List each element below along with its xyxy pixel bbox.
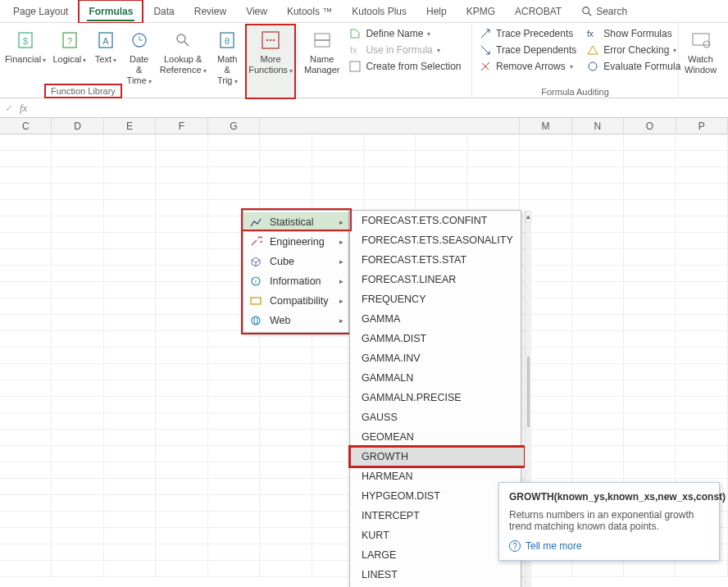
- cell[interactable]: [624, 167, 676, 184]
- cell[interactable]: [676, 200, 727, 216]
- cell[interactable]: [104, 544, 156, 561]
- cell[interactable]: [676, 167, 727, 184]
- cell[interactable]: [0, 430, 52, 446]
- cell[interactable]: [312, 167, 364, 184]
- cell[interactable]: [520, 134, 571, 151]
- cell[interactable]: [208, 167, 260, 184]
- cell[interactable]: [260, 151, 312, 167]
- tab-page-layout[interactable]: Page Layout: [3, 0, 78, 23]
- cell[interactable]: [0, 233, 52, 249]
- cell[interactable]: [104, 380, 156, 397]
- cell[interactable]: [260, 397, 312, 413]
- cell[interactable]: [468, 134, 520, 151]
- cell[interactable]: [520, 184, 571, 200]
- cell[interactable]: [624, 430, 676, 446]
- cell[interactable]: [260, 479, 312, 495]
- cell[interactable]: [312, 151, 364, 167]
- cell[interactable]: [676, 298, 727, 315]
- cell[interactable]: [104, 134, 156, 151]
- function-item-gauss[interactable]: GAUSS: [350, 407, 525, 427]
- function-item-gamma[interactable]: GAMMA: [350, 309, 525, 329]
- col-header[interactable]: N: [572, 118, 624, 134]
- cell[interactable]: [52, 364, 103, 380]
- scroll-thumb[interactable]: [527, 357, 530, 427]
- cell[interactable]: [364, 134, 416, 151]
- cell[interactable]: [416, 167, 467, 184]
- ribbon-search[interactable]: Search: [571, 0, 637, 23]
- cell[interactable]: [572, 380, 624, 397]
- cell[interactable]: [260, 167, 312, 184]
- col-header[interactable]: C: [0, 118, 52, 134]
- cell[interactable]: [156, 462, 207, 479]
- cell[interactable]: [676, 430, 727, 446]
- cell[interactable]: [572, 364, 624, 380]
- cell[interactable]: [624, 380, 676, 397]
- cell[interactable]: [52, 561, 103, 577]
- cell[interactable]: [156, 544, 207, 561]
- cell[interactable]: [572, 561, 624, 577]
- cell[interactable]: [260, 134, 312, 151]
- cell[interactable]: [208, 462, 260, 479]
- cell[interactable]: [0, 479, 52, 495]
- cell[interactable]: [208, 413, 260, 430]
- btn-trace-dependents[interactable]: Trace Dependents: [476, 43, 579, 57]
- cell[interactable]: [0, 134, 52, 151]
- cell[interactable]: [676, 282, 727, 298]
- tab-help[interactable]: Help: [416, 0, 457, 23]
- cell[interactable]: [520, 151, 571, 167]
- col-header[interactable]: G: [208, 118, 260, 134]
- tell-me-more-link[interactable]: ? Tell me more: [509, 540, 709, 552]
- tab-review[interactable]: Review: [184, 0, 236, 23]
- cell[interactable]: [52, 151, 103, 167]
- cell[interactable]: [572, 134, 624, 151]
- cell[interactable]: [468, 167, 520, 184]
- cell[interactable]: [416, 184, 467, 200]
- cell[interactable]: [104, 167, 156, 184]
- cell[interactable]: [104, 331, 156, 348]
- cell[interactable]: [624, 134, 676, 151]
- cell[interactable]: [0, 413, 52, 430]
- function-item-gammaln[interactable]: GAMMALN: [350, 368, 525, 388]
- function-item-gamma-dist[interactable]: GAMMA.DIST: [350, 329, 525, 348]
- cell[interactable]: [0, 315, 52, 331]
- cell[interactable]: [104, 266, 156, 282]
- cell[interactable]: [0, 380, 52, 397]
- cell[interactable]: [156, 348, 207, 364]
- tab-view[interactable]: View: [236, 0, 277, 23]
- cell[interactable]: [624, 413, 676, 430]
- cell[interactable]: [104, 184, 156, 200]
- function-item-geomean[interactable]: GEOMEAN: [350, 427, 525, 447]
- menu-compatibility[interactable]: Compatibility▸: [243, 291, 348, 311]
- cell[interactable]: [104, 430, 156, 446]
- btn-financial[interactable]: $ Financial▾: [2, 25, 48, 98]
- cell[interactable]: [104, 364, 156, 380]
- cell[interactable]: [260, 364, 312, 380]
- cell[interactable]: [156, 364, 207, 380]
- btn-name-manager[interactable]: Name Manager: [301, 25, 343, 75]
- cell[interactable]: [676, 397, 727, 413]
- fx-label[interactable]: fx: [20, 102, 27, 115]
- worksheet-grid[interactable]: C D E F G M N O P Statistical▸ Engineeri…: [0, 118, 728, 587]
- cell[interactable]: [104, 348, 156, 364]
- col-header[interactable]: D: [52, 118, 103, 134]
- cell[interactable]: [624, 151, 676, 167]
- col-header[interactable]: M: [520, 118, 571, 134]
- cell[interactable]: [0, 561, 52, 577]
- function-item-gamma-inv[interactable]: GAMMA.INV: [350, 348, 525, 368]
- cell[interactable]: [572, 282, 624, 298]
- cell[interactable]: [676, 561, 727, 577]
- cell[interactable]: [156, 184, 207, 200]
- cell[interactable]: [676, 446, 727, 462]
- cell[interactable]: [572, 315, 624, 331]
- cell[interactable]: [208, 479, 260, 495]
- cell[interactable]: [624, 282, 676, 298]
- cell[interactable]: [52, 446, 103, 462]
- cell[interactable]: [260, 512, 312, 528]
- cell[interactable]: [0, 298, 52, 315]
- cell[interactable]: [156, 397, 207, 413]
- tab-acrobat[interactable]: ACROBAT: [505, 0, 571, 23]
- cell[interactable]: [52, 495, 103, 512]
- cell[interactable]: [676, 380, 727, 397]
- cell[interactable]: [104, 216, 156, 233]
- cell[interactable]: [572, 298, 624, 315]
